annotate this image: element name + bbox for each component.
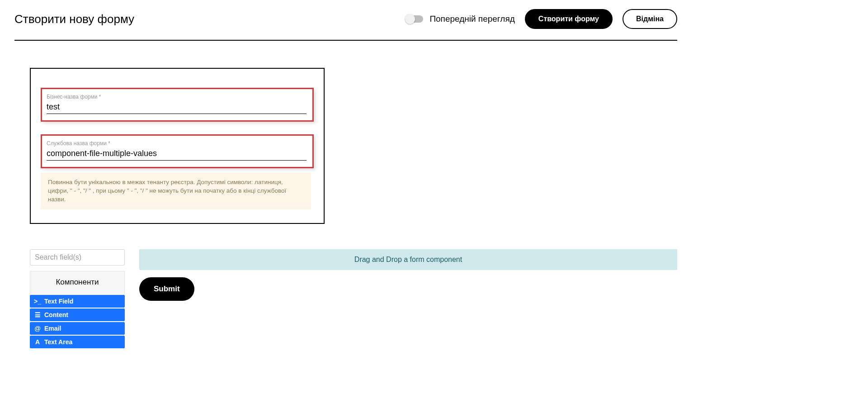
component-item-label: Email — [44, 325, 61, 332]
create-form-button[interactable]: Створити форму — [525, 9, 613, 29]
terminal-icon: >_ — [34, 298, 41, 305]
service-name-input[interactable] — [47, 147, 307, 161]
page-title: Створити нову форму — [14, 12, 134, 26]
component-item-label: Text Area — [44, 338, 72, 346]
component-item-label: Text Field — [44, 298, 73, 305]
component-item-label: Content — [44, 311, 68, 318]
dropzone[interactable]: Drag and Drop a form component — [139, 249, 677, 270]
component-email[interactable]: @ Email — [30, 322, 125, 335]
components-header: Компоненти — [30, 271, 125, 295]
form-config-card: Бізнес-назва форми * Службова назва форм… — [30, 68, 325, 224]
email-icon: @ — [34, 325, 41, 332]
business-name-input[interactable] — [47, 101, 307, 114]
content-icon: ☰ — [34, 311, 41, 318]
search-input[interactable] — [30, 249, 125, 266]
preview-toggle[interactable] — [406, 15, 423, 23]
business-name-field-wrap: Бізнес-назва форми * — [41, 88, 314, 122]
service-name-field-wrap: Службова назва форми * — [41, 134, 314, 168]
submit-button[interactable]: Submit — [139, 277, 194, 301]
service-name-hint: Повинна бути унікальною в межах тенанту … — [41, 173, 311, 209]
service-name-label: Службова назва форми * — [47, 140, 308, 147]
component-text-area[interactable]: A Text Area — [30, 336, 125, 348]
page-header: Створити нову форму Попередній перегляд … — [14, 9, 677, 41]
component-text-field[interactable]: >_ Text Field — [30, 295, 125, 308]
component-list: >_ Text Field ☰ Content @ Email A Text A… — [30, 295, 125, 348]
components-sidebar: Компоненти >_ Text Field ☰ Content @ Ema… — [30, 249, 125, 349]
business-name-label: Бізнес-назва форми * — [47, 94, 308, 100]
cancel-button[interactable]: Відміна — [623, 9, 677, 29]
component-content[interactable]: ☰ Content — [30, 308, 125, 321]
form-canvas: Drag and Drop a form component Submit — [139, 249, 677, 349]
preview-toggle-group: Попередній перегляд — [406, 14, 514, 24]
toggle-knob — [405, 14, 415, 24]
preview-toggle-label: Попередній перегляд — [429, 14, 514, 24]
builder-row: Компоненти >_ Text Field ☰ Content @ Ema… — [30, 249, 677, 349]
header-actions: Попередній перегляд Створити форму Відмі… — [406, 9, 677, 29]
font-icon: A — [34, 338, 41, 346]
